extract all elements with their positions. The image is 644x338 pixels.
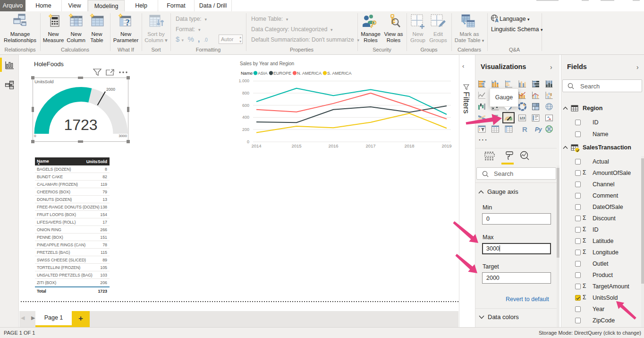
svg-text:3000: 3000 xyxy=(119,134,127,138)
svg-text:800: 800 xyxy=(242,91,249,95)
svg-text:Sales by Year and Region: Sales by Year and Region xyxy=(240,61,294,66)
svg-text:ASIA: ASIA xyxy=(258,71,268,76)
svg-text:200: 200 xyxy=(242,127,249,132)
svg-text:1.000: 1.000 xyxy=(238,78,249,83)
svg-text:123: 123 xyxy=(519,116,525,120)
svg-text:2016: 2016 xyxy=(328,143,338,148)
svg-text:2019: 2019 xyxy=(441,143,451,148)
svg-text:2015: 2015 xyxy=(291,143,301,148)
svg-text:EUROPE: EUROPE xyxy=(273,71,291,76)
svg-text:2014: 2014 xyxy=(251,143,261,148)
svg-text:UnitsSold: UnitsSold xyxy=(34,79,54,84)
svg-text:R: R xyxy=(522,125,527,133)
svg-text:1723: 1723 xyxy=(64,116,97,133)
svg-text:N. AMERICA: N. AMERICA xyxy=(297,71,322,76)
svg-text:2017: 2017 xyxy=(365,143,375,148)
svg-text:600: 600 xyxy=(242,103,249,108)
svg-text:Py: Py xyxy=(535,126,542,133)
svg-text:A: A xyxy=(495,18,498,23)
svg-text:2000: 2000 xyxy=(106,87,115,92)
svg-text:400: 400 xyxy=(242,115,249,120)
svg-text:Name: Name xyxy=(241,70,253,76)
svg-text:0: 0 xyxy=(247,139,249,144)
svg-text:?: ? xyxy=(126,18,130,27)
svg-text:0: 0 xyxy=(34,134,36,138)
svg-text:S. AMERICA: S. AMERICA xyxy=(327,71,352,76)
svg-text:2018: 2018 xyxy=(404,143,414,148)
